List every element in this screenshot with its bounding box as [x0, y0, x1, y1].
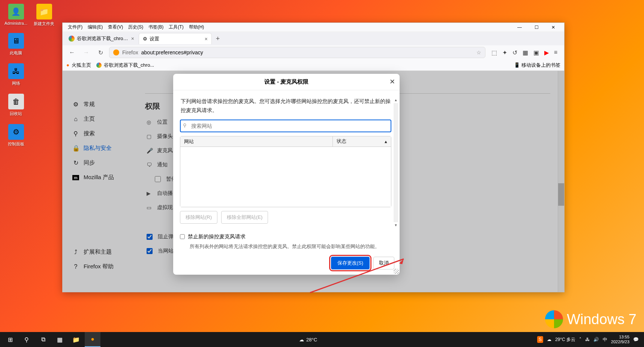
sites-list — [180, 147, 391, 207]
bookmark-star-icon[interactable]: ☆ — [476, 49, 481, 55]
window-close-icon[interactable]: ✕ — [548, 24, 558, 31]
close-icon[interactable]: × — [205, 36, 208, 42]
resize-grip-icon[interactable] — [394, 269, 399, 274]
apps-icon[interactable]: ▦ — [523, 49, 528, 56]
cancel-button[interactable]: 取消 — [373, 257, 394, 269]
close-icon[interactable]: ✕ — [389, 78, 395, 86]
desktop-icon-thispc[interactable]: 🖥此电脑 — [4, 33, 28, 56]
close-icon[interactable]: × — [131, 36, 134, 42]
url-bar[interactable]: Firefox about:preferences#privacy ☆ — [109, 47, 485, 58]
mobile-bookmarks[interactable]: 📱移动设备上的书签 — [514, 62, 560, 69]
firefox-icon — [113, 49, 119, 55]
save-changes-button[interactable]: 保存更改(S) — [331, 257, 370, 269]
volume-icon[interactable]: 🔊 — [593, 337, 599, 342]
block-new-requests-label: 禁止新的操控麦克风请求 — [188, 233, 246, 240]
dialog-description: 下列网站曾请求操控您的麦克风。您可选择允许哪些网站操控您的麦克风，还可禁止新的操… — [181, 97, 391, 115]
reload-button[interactable]: ↻ — [95, 47, 106, 58]
notification-icon[interactable]: 💬 — [633, 337, 639, 342]
dialog-title: 设置 - 麦克风权限 — [264, 78, 309, 85]
search-icon: ⚲ — [183, 123, 187, 128]
taskbar-clock[interactable]: 13:55 2022/9/23 — [611, 335, 629, 344]
menubar: 文件(F) 编辑(E) 查看(V) 历史(S) 书签(B) 工具(T) 帮助(H… — [63, 23, 564, 32]
network-icon[interactable]: 🖧 — [585, 337, 590, 342]
taskbar: ⊞ ⚲ ⧉ ▦ 📁 ● ☁ 28°C S ☁ 29°C 多云 ˄ 🖧 🔊 中 1… — [0, 332, 644, 347]
column-status[interactable]: 状态▴ — [333, 136, 391, 147]
gear-icon: ⚙ — [143, 36, 147, 42]
url-identity: Firefox — [122, 49, 138, 55]
taskview-button[interactable]: ⧉ — [35, 332, 51, 347]
tab-settings[interactable]: ⚙ 设置 × — [139, 33, 212, 44]
ime-indicator[interactable]: 中 — [603, 337, 607, 343]
navbar: ← → ↻ Firefox about:preferences#privacy … — [63, 45, 564, 60]
sort-icon: ▴ — [385, 139, 387, 144]
youtube-icon[interactable]: ▶ — [544, 49, 549, 56]
menu-file[interactable]: 文件(F) — [66, 23, 85, 31]
desktop-icon-newfolder[interactable]: 📁新建文件夹 — [32, 4, 56, 27]
tray-chevron-icon[interactable]: ˄ — [579, 337, 581, 342]
explorer-button[interactable]: 📁 — [68, 332, 84, 347]
url-text: about:preferences#privacy — [141, 49, 203, 55]
block-hint: 所有列表外的网站将无法请求操控您的麦克风。禁止此权限可能会影响某些网站的功能。 — [173, 242, 400, 254]
firefox-taskbar-button[interactable]: ● — [85, 332, 100, 347]
tabbar: 谷歌浏览器下载_chrome浏览器 × ⚙ 设置 × + — [63, 32, 564, 45]
menu-help[interactable]: 帮助(H) — [187, 23, 207, 31]
scroll-down-icon[interactable]: ▼ — [394, 222, 398, 228]
sync-icon[interactable]: ↺ — [512, 49, 517, 56]
firefox-window: 文件(F) 编辑(E) 查看(V) 历史(S) 书签(B) 工具(T) 帮助(H… — [62, 22, 565, 292]
desktop-icon-control[interactable]: ⚙控制面板 — [4, 124, 28, 147]
menu-history[interactable]: 历史(S) — [126, 23, 145, 31]
menu-tools[interactable]: 工具(T) — [166, 23, 186, 31]
menu-view[interactable]: 查看(V) — [106, 23, 125, 31]
bookmarks-bar: ●火狐主页 谷歌浏览器下载_chro... 📱移动设备上的书签 — [63, 60, 564, 71]
desktop-icon-network[interactable]: 🖧网络 — [4, 63, 28, 86]
start-button[interactable]: ⊞ — [2, 332, 18, 347]
apps-button[interactable]: ▦ — [52, 332, 67, 347]
column-site[interactable]: 网站 — [180, 136, 333, 147]
windows-logo-icon — [545, 310, 563, 328]
bookmark-firefox-home[interactable]: ●火狐主页 — [66, 62, 91, 69]
window-minimize-icon[interactable]: ― — [514, 24, 525, 31]
menu-bookmarks[interactable]: 书签(B) — [146, 23, 166, 31]
hamburger-icon[interactable]: ≡ — [554, 49, 557, 56]
block-new-requests-checkbox[interactable] — [180, 234, 185, 239]
back-button[interactable]: ← — [66, 47, 78, 58]
library-icon[interactable]: ⬚ — [491, 49, 497, 56]
desktop-icon-recycle[interactable]: 🗑回收站 — [4, 94, 28, 117]
extension-icon[interactable]: ✦ — [502, 49, 507, 56]
tab-chrome-download[interactable]: 谷歌浏览器下载_chrome浏览器 × — [65, 33, 138, 44]
save-icon[interactable]: ▣ — [533, 49, 539, 56]
bookmark-chrome-dl[interactable]: 谷歌浏览器下载_chro... — [96, 62, 154, 69]
sites-table: 网站 状态▴ — [180, 136, 391, 207]
remove-all-sites-button[interactable]: 移除全部网站(E) — [221, 211, 268, 224]
windows7-watermark: Windows 7 — [545, 310, 637, 328]
chrome-icon — [69, 36, 75, 42]
scroll-up-icon[interactable]: ▲ — [394, 97, 398, 103]
taskbar-weather[interactable]: ☁ 28°C — [295, 337, 321, 343]
forward-button[interactable]: → — [81, 47, 92, 58]
sogou-ime-icon[interactable]: S — [537, 336, 543, 343]
menu-edit[interactable]: 编辑(E) — [85, 23, 105, 31]
new-tab-button[interactable]: + — [213, 33, 223, 44]
search-button[interactable]: ⚲ — [19, 332, 34, 347]
search-sites-input[interactable] — [180, 120, 391, 132]
remove-site-button[interactable]: 移除网站(R) — [180, 211, 217, 224]
cloud-icon: ☁ — [299, 337, 304, 343]
desktop-icon-admin[interactable]: 👤Administra... — [4, 4, 28, 25]
microphone-permissions-dialog: 设置 - 麦克风权限 ✕ 下列网站曾请求操控您的麦克风。您可选择允许哪些网站操控… — [173, 74, 400, 275]
cloud-icon: ☁ — [547, 337, 551, 342]
dialog-scrollbar[interactable]: ▲ ▼ — [394, 97, 398, 228]
window-maximize-icon[interactable]: ☐ — [532, 24, 542, 31]
